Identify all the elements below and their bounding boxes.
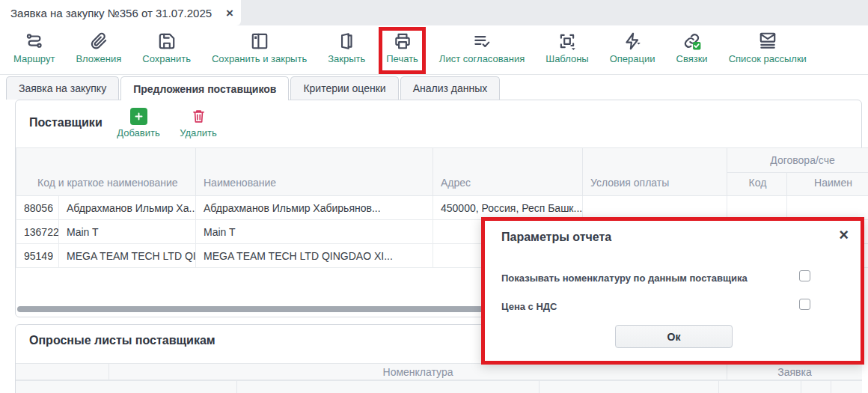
door-icon xyxy=(337,31,356,51)
add-supplier-button[interactable]: Добавить xyxy=(111,108,165,138)
checklist-icon xyxy=(472,31,492,51)
close-icon[interactable]: × xyxy=(226,7,233,19)
column-header-address[interactable]: Адрес xyxy=(433,148,583,196)
column-group-contracts[interactable]: Договора/сче xyxy=(727,148,868,173)
toolbar-label: Список рассылки xyxy=(729,53,807,64)
paperclip-icon xyxy=(89,31,109,51)
delete-supplier-button[interactable]: Удалить xyxy=(174,108,222,138)
dialog-title: Параметры отчета xyxy=(501,231,611,244)
tab-purchase-request[interactable]: Заявка на закупку xyxy=(6,76,119,100)
column-header-payment-terms[interactable]: Условия оплаты xyxy=(583,148,727,196)
report-parameters-dialog: Параметры отчета × Показывать номенклату… xyxy=(481,217,864,365)
toolbar-button-print[interactable]: Печать xyxy=(386,31,418,64)
toolbar-label: Сохранить и закрыть xyxy=(212,53,307,64)
plus-icon xyxy=(130,108,147,125)
column-header-contract-code[interactable]: Код xyxy=(727,173,787,196)
ok-button[interactable]: Ок xyxy=(615,325,733,348)
column-group-nomenclature[interactable]: Номенклатура xyxy=(109,364,727,380)
suppliers-section-title: Поставщики xyxy=(29,116,103,130)
cell-short-name[interactable]: MEGA TEAM TECH LTD QI... xyxy=(59,244,196,268)
toolbar-label: Операции xyxy=(610,53,655,64)
toolbar-button-save-and-close[interactable]: Сохранить и закрыть xyxy=(212,31,307,64)
column-header-contract-name[interactable]: Наимен xyxy=(787,173,868,196)
tab-supplier-offers[interactable]: Предложения поставщиков xyxy=(120,76,289,100)
window-tab[interactable]: Заявка на закупку №356 от 31.07.2025 × xyxy=(0,0,241,25)
column-header-code-short-name[interactable]: Код и краткое наименование xyxy=(16,148,196,196)
window-tab-strip: Заявка на закупку №356 от 31.07.2025 × xyxy=(0,0,868,25)
printer-icon xyxy=(393,31,412,51)
cell-code[interactable]: 95149 xyxy=(16,244,59,268)
toolbar-label: Связки xyxy=(676,53,708,64)
mailing-list-icon xyxy=(758,31,777,51)
window-tab-title: Заявка на закупку №356 от 31.07.2025 xyxy=(10,7,212,19)
toolbar-button-links[interactable]: Связки xyxy=(676,31,708,64)
trash-icon xyxy=(191,108,207,125)
cell-code[interactable]: 88056 xyxy=(16,196,59,220)
save-icon xyxy=(157,31,177,51)
cell-short-name[interactable]: Абдрахманов Ильмир Ха... xyxy=(59,196,196,220)
toolbar-button-templates[interactable]: Шаблоны xyxy=(545,31,589,64)
toolbar-button-operations[interactable]: Операции xyxy=(610,31,655,64)
toolbar-label: Шаблоны xyxy=(545,53,589,64)
survey-table-subheader xyxy=(16,380,862,393)
cell-payment-terms[interactable] xyxy=(583,196,727,220)
column-header-name[interactable]: Наименование xyxy=(196,148,433,196)
tab-data-analysis[interactable]: Анализ данных xyxy=(400,76,501,100)
templates-icon xyxy=(557,31,577,51)
cell-contract-name[interactable] xyxy=(787,196,868,220)
save-and-close-icon xyxy=(250,31,269,51)
page-tabs: Заявка на закупку Предложения поставщико… xyxy=(6,76,500,100)
column-group-request[interactable]: Заявка xyxy=(727,364,862,380)
add-button-label: Добавить xyxy=(117,127,159,138)
app-window: Заявка на закупку №356 от 31.07.2025 × М… xyxy=(0,0,868,393)
option-price-with-vat-checkbox[interactable] xyxy=(799,299,810,310)
toolbar-button-route[interactable]: Маршрут xyxy=(13,31,55,64)
survey-table-header: Номенклатура Заявка xyxy=(16,363,862,380)
route-icon xyxy=(25,31,44,51)
lightning-icon xyxy=(623,31,642,51)
cell-address[interactable]: 450000, Россия, Респ Башк... xyxy=(433,196,583,220)
toolbar-button-approval-sheet[interactable]: Лист согласования xyxy=(439,31,525,64)
option-price-with-vat-label: Цена с НДС xyxy=(501,301,557,312)
option-show-nomenclature-checkbox[interactable] xyxy=(799,270,810,281)
cell-short-name[interactable]: Main T xyxy=(59,220,196,244)
toolbar-button-save[interactable]: Сохранить xyxy=(142,31,191,64)
corner-cell xyxy=(16,364,109,380)
chain-link-icon xyxy=(682,31,702,51)
toolbar-label: Закрыть xyxy=(328,53,365,64)
toolbar: Маршрут Вложения Сохранить Сохранить и з… xyxy=(0,25,868,75)
toolbar-button-close[interactable]: Закрыть xyxy=(328,31,365,64)
survey-section-title: Опросные листы поставщикам xyxy=(29,334,216,347)
toolbar-label: Лист согласования xyxy=(439,53,525,64)
cell-name[interactable]: MEGA TEAM TECH LTD QINGDAO XI... xyxy=(196,244,433,268)
cell-code[interactable]: 136722 xyxy=(16,220,59,244)
delete-button-label: Удалить xyxy=(180,127,217,138)
toolbar-label: Вложения xyxy=(76,53,121,64)
toolbar-button-mailing-list[interactable]: Список рассылки xyxy=(729,31,807,64)
toolbar-button-attachments[interactable]: Вложения xyxy=(76,31,121,64)
toolbar-label: Сохранить xyxy=(142,53,191,64)
table-row[interactable]: 88056 Абдрахманов Ильмир Ха... Абдрахман… xyxy=(16,196,868,220)
tab-evaluation-criteria[interactable]: Критерии оценки xyxy=(290,76,398,100)
cell-name[interactable]: Абдрахманов Ильмир Хабирьянов... xyxy=(196,196,433,220)
cell-contract-code[interactable] xyxy=(727,196,787,220)
toolbar-label: Маршрут xyxy=(13,53,55,64)
option-show-nomenclature-label: Показывать номенклатуру по данным постав… xyxy=(501,272,748,284)
cell-name[interactable]: Main T xyxy=(196,220,433,244)
toolbar-label: Печать xyxy=(386,53,418,64)
close-icon[interactable]: × xyxy=(839,227,849,243)
